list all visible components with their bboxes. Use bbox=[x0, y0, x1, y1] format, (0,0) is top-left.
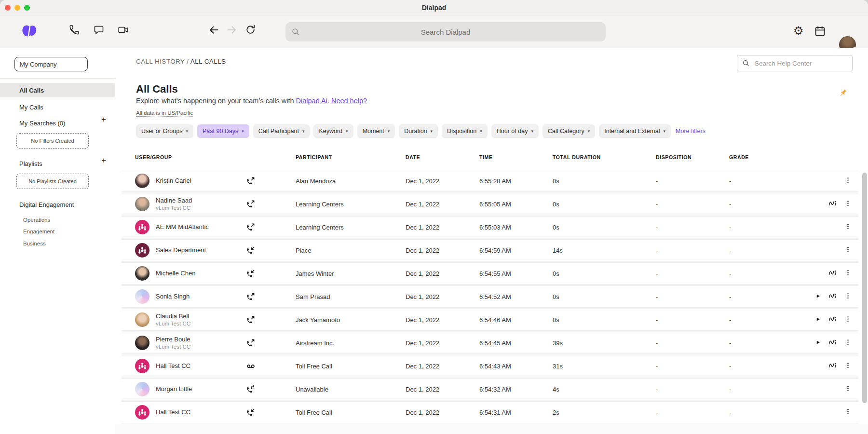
filter-chip-disposition[interactable]: Disposition▾ bbox=[442, 124, 488, 138]
filter-chip-moment[interactable]: Moment▾ bbox=[357, 124, 395, 138]
duration-cell: 0s bbox=[553, 201, 656, 208]
table-row[interactable]: Nadine SaadvLum Test CCLearning CentersD… bbox=[122, 193, 858, 215]
row-menu-kebab-icon[interactable] bbox=[844, 361, 852, 371]
ai-transcript-icon[interactable] bbox=[828, 315, 837, 325]
user-cell: Sales Department bbox=[135, 243, 246, 258]
ai-transcript-icon[interactable] bbox=[828, 338, 837, 348]
close-window-button[interactable] bbox=[5, 5, 11, 11]
company-selector[interactable]: My Company bbox=[14, 57, 88, 71]
refresh-button[interactable] bbox=[244, 24, 257, 36]
filter-chip-label: Duration bbox=[404, 128, 427, 135]
inbound-call-icon bbox=[246, 269, 277, 278]
vertical-scrollbar[interactable] bbox=[862, 173, 867, 403]
help-center-search-input[interactable] bbox=[754, 59, 841, 68]
calls-tab-phone-icon[interactable] bbox=[68, 24, 80, 36]
settings-gear-icon[interactable]: ⚙ bbox=[793, 25, 804, 37]
table-row[interactable]: Kristin CarlelAlan MendozaDec 1, 20226:5… bbox=[122, 170, 858, 192]
dialpad-ai-link[interactable]: Dialpad Ai bbox=[296, 97, 327, 105]
filter-chip-duration[interactable]: Duration▾ bbox=[399, 124, 438, 138]
add-search-button[interactable]: + bbox=[99, 115, 108, 124]
nav-back-button[interactable] bbox=[208, 24, 220, 36]
sidebar-item-operations[interactable]: Operations bbox=[23, 217, 50, 223]
grade-cell: - bbox=[729, 363, 800, 370]
date-cell: Dec 1, 2022 bbox=[406, 409, 479, 416]
row-menu-kebab-icon[interactable] bbox=[844, 245, 852, 256]
play-recording-icon[interactable] bbox=[815, 315, 821, 324]
zoom-window-button[interactable] bbox=[24, 5, 30, 11]
filter-chip-past-90-days[interactable]: Past 90 Days▾ bbox=[197, 124, 249, 138]
table-row[interactable]: Sales DepartmentPlaceDec 1, 20226:54:59 … bbox=[122, 239, 858, 261]
add-playlist-button[interactable]: + bbox=[99, 156, 108, 165]
nav-forward-button[interactable] bbox=[226, 24, 238, 36]
messages-tab-chat-icon[interactable] bbox=[93, 24, 105, 36]
table-row[interactable]: Morgan LittleUnavailableDec 1, 20226:54:… bbox=[122, 378, 858, 400]
global-search-bar[interactable] bbox=[285, 22, 606, 41]
filter-chip-keyword[interactable]: Keyword▾ bbox=[313, 124, 353, 138]
table-row[interactable]: Claudia BellvLum Test CCJack YamamotoDec… bbox=[122, 309, 858, 331]
calendar-icon[interactable] bbox=[814, 25, 826, 37]
participant-cell: Learning Centers bbox=[277, 224, 406, 231]
ai-transcript-icon[interactable] bbox=[828, 269, 837, 279]
user-name-stack: Hall Test CC bbox=[156, 362, 190, 370]
sidebar-item-all-calls[interactable]: All Calls bbox=[0, 83, 115, 97]
filter-chip-hour-of-day[interactable]: Hour of day▾ bbox=[491, 124, 539, 138]
chevron-down-icon: ▾ bbox=[664, 129, 666, 134]
playlists-section-title: Playlists bbox=[19, 160, 42, 167]
ai-transcript-icon[interactable] bbox=[828, 199, 837, 209]
user-name: Pierre Boule bbox=[156, 336, 190, 343]
need-help-link[interactable]: Need help? bbox=[331, 97, 367, 105]
row-menu-kebab-icon[interactable] bbox=[844, 222, 852, 232]
sidebar-item-business[interactable]: Business bbox=[23, 241, 46, 246]
breadcrumb[interactable]: CALL HISTORY / ALL CALLS bbox=[136, 58, 226, 65]
participant-cell: Jack Yamamoto bbox=[277, 316, 406, 324]
ai-transcript-icon[interactable] bbox=[828, 292, 837, 302]
row-menu-kebab-icon[interactable] bbox=[844, 176, 852, 186]
user-cell: Nadine SaadvLum Test CC bbox=[135, 197, 246, 212]
row-menu-kebab-icon[interactable] bbox=[844, 315, 852, 325]
user-cell: Michelle Chen bbox=[135, 266, 246, 281]
time-cell: 6:54:52 AM bbox=[479, 293, 553, 300]
table-row[interactable]: Michelle ChenJames WinterDec 1, 20226:54… bbox=[122, 262, 858, 285]
sidebar-item-engagement[interactable]: Engagement bbox=[23, 229, 54, 234]
more-filters-link[interactable]: More filters bbox=[676, 128, 705, 135]
play-recording-icon[interactable] bbox=[815, 339, 821, 347]
group-avatar bbox=[135, 359, 149, 373]
user-cell: AE MM MidAtlantic bbox=[135, 220, 246, 234]
row-menu-kebab-icon[interactable] bbox=[844, 199, 852, 209]
filter-chip-user-or-groups[interactable]: User or Groups▾ bbox=[136, 124, 193, 138]
table-row[interactable]: Hall Test CCToll Free CallDec 1, 20226:5… bbox=[122, 355, 858, 377]
participant-cell: Airstream Inc. bbox=[277, 339, 406, 347]
table-row[interactable]: Hall Test CCToll Free CallDec 1, 20226:5… bbox=[122, 401, 858, 423]
row-menu-kebab-icon[interactable] bbox=[844, 384, 852, 394]
row-menu-kebab-icon[interactable] bbox=[844, 407, 852, 418]
column-header-time: TIME bbox=[479, 154, 553, 160]
disposition-cell: - bbox=[656, 316, 729, 324]
user-name: Michelle Chen bbox=[156, 270, 195, 277]
meetings-tab-video-icon[interactable] bbox=[117, 24, 129, 36]
row-menu-kebab-icon[interactable] bbox=[844, 338, 852, 348]
row-menu-kebab-icon[interactable] bbox=[844, 292, 852, 302]
participant-cell: Unavailable bbox=[277, 386, 406, 393]
filter-chip-call-participant[interactable]: Call Participant▾ bbox=[253, 124, 310, 138]
table-row[interactable]: AE MM MidAtlanticLearning CentersDec 1, … bbox=[122, 216, 858, 238]
play-recording-icon[interactable] bbox=[815, 292, 821, 301]
filter-chip-call-category[interactable]: Call Category▾ bbox=[542, 124, 595, 138]
disposition-cell: - bbox=[656, 177, 729, 185]
global-search-input[interactable] bbox=[285, 27, 606, 37]
sidebar-item-my-calls[interactable]: My Calls bbox=[0, 101, 115, 113]
disposition-cell: - bbox=[656, 363, 729, 370]
row-menu-kebab-icon[interactable] bbox=[844, 269, 852, 279]
help-center-search[interactable] bbox=[737, 55, 853, 71]
duration-cell: 39s bbox=[553, 339, 656, 347]
filter-chip-internal-and-external[interactable]: Internal and External▾ bbox=[599, 124, 671, 138]
user-name: Hall Test CC bbox=[156, 362, 190, 370]
table-row[interactable]: Sonia SinghSam PrasadDec 1, 20226:54:52 … bbox=[122, 285, 858, 308]
ai-transcript-icon[interactable] bbox=[828, 361, 837, 371]
user-name-stack: Claudia BellvLum Test CC bbox=[156, 312, 190, 327]
minimize-window-button[interactable] bbox=[14, 5, 20, 11]
table-row[interactable]: Pierre BoulevLum Test CCAirstream Inc.De… bbox=[122, 332, 858, 354]
pin-icon[interactable] bbox=[838, 88, 848, 100]
digital-engagement-title: Digital Engagement bbox=[19, 201, 74, 208]
user-name-stack: Morgan Little bbox=[156, 385, 192, 393]
app-header-bar: ⚙ bbox=[0, 15, 868, 48]
